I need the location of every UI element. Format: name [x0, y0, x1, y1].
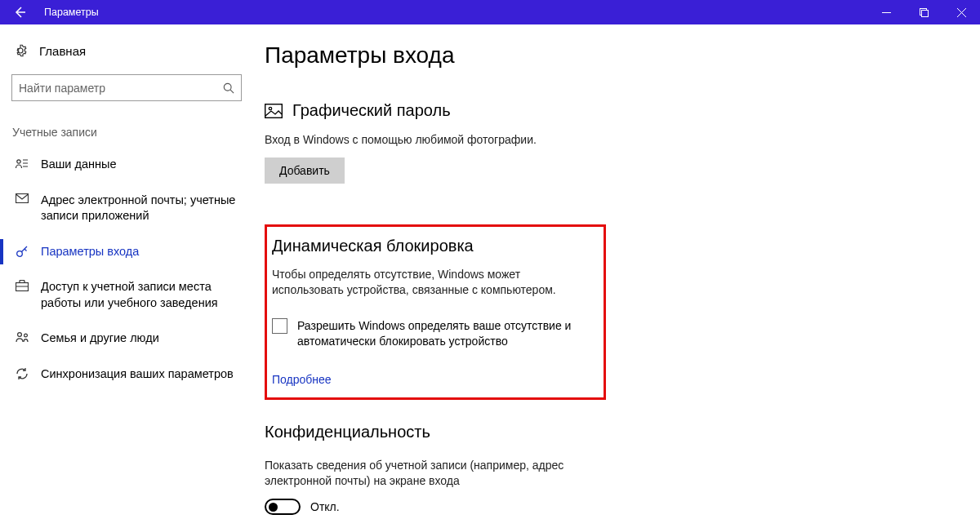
- search-input[interactable]: [19, 82, 223, 95]
- home-link[interactable]: Главная: [11, 38, 242, 64]
- add-button[interactable]: Добавить: [265, 157, 345, 184]
- svg-point-5: [17, 251, 23, 256]
- svg-point-7: [17, 333, 21, 337]
- section-heading: Динамическая блокировка: [272, 237, 599, 255]
- sync-icon: [15, 366, 29, 380]
- close-button[interactable]: [942, 0, 980, 24]
- svg-rect-9: [265, 104, 283, 118]
- sidebar-item-sync[interactable]: Синхронизация ваших параметров: [11, 357, 242, 393]
- toggle-state-label: Откл.: [310, 500, 340, 513]
- sidebar: Главная Учетные записи Ваши данные Адрес…: [0, 24, 250, 519]
- minimize-button[interactable]: [867, 0, 905, 24]
- section-heading: Графический пароль: [292, 101, 451, 120]
- maximize-button[interactable]: [905, 0, 942, 24]
- sidebar-item-email[interactable]: Адрес электронной почты; учетные записи …: [11, 183, 242, 234]
- sidebar-item-label: Адрес электронной почты; учетные записи …: [41, 193, 237, 224]
- mail-icon: [15, 193, 29, 203]
- toggle-knob: [269, 503, 278, 512]
- picture-password-section: Графический пароль Вход в Windows с помо…: [265, 101, 964, 184]
- sidebar-item-label: Ваши данные: [41, 157, 117, 173]
- window-controls: [867, 0, 980, 24]
- back-button[interactable]: [0, 0, 39, 24]
- sidebar-group-header: Учетные записи: [11, 126, 242, 139]
- svg-point-3: [17, 160, 20, 163]
- content: Параметры входа Графический пароль Вход …: [250, 24, 980, 519]
- window-title: Параметры: [39, 7, 867, 18]
- svg-point-2: [224, 83, 231, 91]
- titlebar: Параметры: [0, 0, 980, 24]
- arrow-left-icon: [13, 6, 26, 19]
- dynamic-lock-section: Динамическая блокировка Чтобы определять…: [265, 224, 606, 401]
- checkbox-label: Разрешить Windows определять ваше отсутс…: [297, 318, 575, 349]
- people-icon: [15, 330, 29, 343]
- svg-point-10: [269, 107, 271, 109]
- section-heading: Конфиденциальность: [265, 423, 964, 441]
- sidebar-item-work-access[interactable]: Доступ к учетной записи места работы или…: [11, 269, 242, 321]
- sidebar-item-label: Синхронизация ваших параметров: [41, 366, 234, 383]
- learn-more-link[interactable]: Подробнее: [272, 373, 332, 386]
- search-box[interactable]: [11, 74, 242, 101]
- sidebar-item-label: Доступ к учетной записи места работы или…: [41, 279, 237, 311]
- section-description: Показать сведения об учетной записи (нап…: [265, 458, 567, 489]
- section-description: Вход в Windows с помощью любимой фотогра…: [265, 132, 608, 148]
- svg-rect-1: [921, 10, 928, 16]
- briefcase-icon: [15, 279, 29, 291]
- page-title: Параметры входа: [265, 42, 964, 69]
- sidebar-item-signin-options[interactable]: Параметры входа: [11, 234, 242, 270]
- sidebar-item-label: Параметры входа: [41, 244, 139, 260]
- home-label: Главная: [39, 44, 86, 58]
- key-icon: [15, 244, 29, 258]
- person-card-icon: [15, 157, 29, 169]
- gear-icon: [13, 43, 28, 58]
- privacy-section: Конфиденциальность Показать сведения об …: [265, 423, 964, 515]
- dynamic-lock-checkbox[interactable]: [272, 318, 287, 334]
- section-description: Чтобы определять отсутствие, Windows мож…: [272, 267, 590, 298]
- picture-icon: [265, 104, 283, 118]
- search-icon: [223, 82, 234, 94]
- privacy-toggle[interactable]: [265, 499, 301, 515]
- sidebar-item-your-info[interactable]: Ваши данные: [11, 147, 242, 183]
- sidebar-item-label: Семья и другие люди: [41, 330, 159, 347]
- sidebar-nav: Ваши данные Адрес электронной почты; уче…: [11, 147, 242, 393]
- svg-point-8: [24, 334, 27, 337]
- dynamic-lock-checkbox-row: Разрешить Windows определять ваше отсутс…: [272, 318, 599, 349]
- sidebar-item-family[interactable]: Семья и другие люди: [11, 321, 242, 357]
